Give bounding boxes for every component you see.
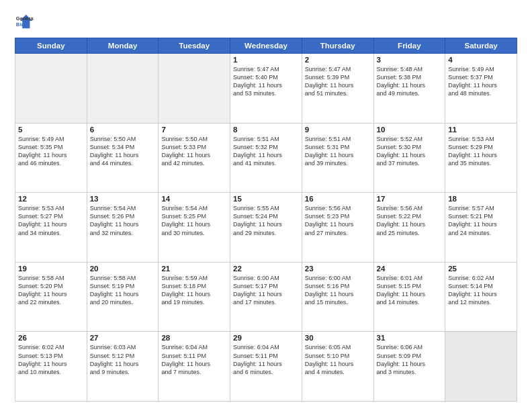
calendar-week-2: 5Sunrise: 5:49 AMSunset: 5:35 PMDaylight… [15,123,517,193]
cell-info: Sunrise: 5:57 AMSunset: 5:21 PMDaylight:… [448,204,514,237]
calendar-cell: 28Sunrise: 6:04 AMSunset: 5:11 PMDayligh… [159,332,230,402]
weekday-header-monday: Monday [87,38,159,54]
weekday-header-wednesday: Wednesday [230,38,302,54]
cell-info: Sunrise: 6:05 AMSunset: 5:10 PMDaylight:… [305,343,371,376]
cell-info: Sunrise: 5:47 AMSunset: 5:40 PMDaylight:… [233,65,299,98]
calendar-cell: 10Sunrise: 5:52 AMSunset: 5:30 PMDayligh… [373,123,445,193]
calendar-cell: 3Sunrise: 5:48 AMSunset: 5:38 PMDaylight… [373,54,445,124]
day-number: 27 [90,334,156,342]
calendar-week-4: 19Sunrise: 5:58 AMSunset: 5:20 PMDayligh… [15,262,517,332]
calendar-cell: 8Sunrise: 5:51 AMSunset: 5:32 PMDaylight… [230,123,302,193]
calendar-cell: 6Sunrise: 5:50 AMSunset: 5:34 PMDaylight… [87,123,159,193]
calendar-cell: 31Sunrise: 6:06 AMSunset: 5:09 PMDayligh… [373,332,445,402]
calendar-cell: 9Sunrise: 5:51 AMSunset: 5:31 PMDaylight… [302,123,373,193]
cell-info: Sunrise: 5:53 AMSunset: 5:29 PMDaylight:… [448,135,514,168]
day-number: 28 [161,334,227,342]
cell-info: Sunrise: 5:58 AMSunset: 5:20 PMDaylight:… [18,274,84,307]
day-number: 26 [18,334,84,342]
calendar-week-1: 1Sunrise: 5:47 AMSunset: 5:40 PMDaylight… [15,54,517,124]
day-number: 31 [377,334,443,342]
cell-info: Sunrise: 5:48 AMSunset: 5:38 PMDaylight:… [377,65,443,98]
day-number: 1 [233,56,299,64]
day-number: 13 [90,195,156,203]
calendar-cell: 5Sunrise: 5:49 AMSunset: 5:35 PMDaylight… [15,123,87,193]
calendar-cell [87,54,159,124]
day-number: 14 [161,195,227,203]
cell-info: Sunrise: 6:02 AMSunset: 5:13 PMDaylight:… [18,343,84,376]
calendar-cell: 4Sunrise: 5:49 AMSunset: 5:37 PMDaylight… [445,54,517,124]
svg-text:General: General [16,15,34,21]
day-number: 2 [305,56,371,64]
cell-info: Sunrise: 6:02 AMSunset: 5:14 PMDaylight:… [448,274,514,307]
day-number: 10 [377,126,443,134]
calendar-cell: 18Sunrise: 5:57 AMSunset: 5:21 PMDayligh… [445,193,517,263]
day-number: 24 [377,265,443,273]
cell-info: Sunrise: 6:00 AMSunset: 5:17 PMDaylight:… [233,274,299,307]
day-number: 4 [448,56,514,64]
cell-info: Sunrise: 6:04 AMSunset: 5:11 PMDaylight:… [233,343,299,376]
cell-info: Sunrise: 5:54 AMSunset: 5:26 PMDaylight:… [90,204,156,237]
calendar-cell: 24Sunrise: 6:01 AMSunset: 5:15 PMDayligh… [373,262,445,332]
day-number: 6 [90,126,156,134]
calendar-cell: 16Sunrise: 5:56 AMSunset: 5:23 PMDayligh… [302,193,373,263]
cell-info: Sunrise: 5:47 AMSunset: 5:39 PMDaylight:… [305,65,371,98]
weekday-header-tuesday: Tuesday [159,38,230,54]
cell-info: Sunrise: 5:56 AMSunset: 5:22 PMDaylight:… [377,204,443,237]
cell-info: Sunrise: 5:58 AMSunset: 5:19 PMDaylight:… [90,274,156,307]
cell-info: Sunrise: 5:56 AMSunset: 5:23 PMDaylight:… [305,204,371,237]
calendar-week-3: 12Sunrise: 5:53 AMSunset: 5:27 PMDayligh… [15,193,517,263]
calendar-cell: 12Sunrise: 5:53 AMSunset: 5:27 PMDayligh… [15,193,87,263]
day-number: 29 [233,334,299,342]
day-number: 18 [448,195,514,203]
logo-icon: General Blue [15,12,34,31]
logo: General Blue [15,12,34,31]
calendar-cell: 22Sunrise: 6:00 AMSunset: 5:17 PMDayligh… [230,262,302,332]
calendar-cell: 19Sunrise: 5:58 AMSunset: 5:20 PMDayligh… [15,262,87,332]
cell-info: Sunrise: 5:50 AMSunset: 5:33 PMDaylight:… [161,135,227,168]
day-number: 23 [305,265,371,273]
cell-info: Sunrise: 5:49 AMSunset: 5:35 PMDaylight:… [18,135,84,168]
cell-info: Sunrise: 5:55 AMSunset: 5:24 PMDaylight:… [233,204,299,237]
calendar-cell: 27Sunrise: 6:03 AMSunset: 5:12 PMDayligh… [87,332,159,402]
day-number: 25 [448,265,514,273]
cell-info: Sunrise: 5:52 AMSunset: 5:30 PMDaylight:… [377,135,443,168]
day-number: 11 [448,126,514,134]
day-number: 30 [305,334,371,342]
calendar-cell: 20Sunrise: 5:58 AMSunset: 5:19 PMDayligh… [87,262,159,332]
header: General Blue [15,12,517,31]
day-number: 16 [305,195,371,203]
weekday-header-saturday: Saturday [445,38,517,54]
calendar-cell: 14Sunrise: 5:54 AMSunset: 5:25 PMDayligh… [159,193,230,263]
day-number: 8 [233,126,299,134]
cell-info: Sunrise: 5:59 AMSunset: 5:18 PMDaylight:… [161,274,227,307]
calendar-cell [159,54,230,124]
cell-info: Sunrise: 5:54 AMSunset: 5:25 PMDaylight:… [161,204,227,237]
cell-info: Sunrise: 6:00 AMSunset: 5:16 PMDaylight:… [305,274,371,307]
calendar-cell: 21Sunrise: 5:59 AMSunset: 5:18 PMDayligh… [159,262,230,332]
cell-info: Sunrise: 6:01 AMSunset: 5:15 PMDaylight:… [377,274,443,307]
day-number: 12 [18,195,84,203]
calendar-cell [15,54,87,124]
day-number: 17 [377,195,443,203]
calendar-cell: 23Sunrise: 6:00 AMSunset: 5:16 PMDayligh… [302,262,373,332]
day-number: 5 [18,126,84,134]
calendar-cell: 25Sunrise: 6:02 AMSunset: 5:14 PMDayligh… [445,262,517,332]
day-number: 21 [161,265,227,273]
day-number: 3 [377,56,443,64]
cell-info: Sunrise: 6:04 AMSunset: 5:11 PMDaylight:… [161,343,227,376]
svg-text:Blue: Blue [16,21,27,28]
cell-info: Sunrise: 5:51 AMSunset: 5:31 PMDaylight:… [305,135,371,168]
calendar-cell: 15Sunrise: 5:55 AMSunset: 5:24 PMDayligh… [230,193,302,263]
calendar-cell: 2Sunrise: 5:47 AMSunset: 5:39 PMDaylight… [302,54,373,124]
calendar-week-5: 26Sunrise: 6:02 AMSunset: 5:13 PMDayligh… [15,332,517,402]
calendar-cell: 30Sunrise: 6:05 AMSunset: 5:10 PMDayligh… [302,332,373,402]
day-number: 22 [233,265,299,273]
calendar-cell: 7Sunrise: 5:50 AMSunset: 5:33 PMDaylight… [159,123,230,193]
calendar-cell: 1Sunrise: 5:47 AMSunset: 5:40 PMDaylight… [230,54,302,124]
page: General Blue SundayMondayTuesdayWednesda… [0,0,532,411]
day-number: 20 [90,265,156,273]
cell-info: Sunrise: 5:53 AMSunset: 5:27 PMDaylight:… [18,204,84,237]
calendar-cell: 13Sunrise: 5:54 AMSunset: 5:26 PMDayligh… [87,193,159,263]
calendar-cell: 29Sunrise: 6:04 AMSunset: 5:11 PMDayligh… [230,332,302,402]
weekday-header-friday: Friday [373,38,445,54]
